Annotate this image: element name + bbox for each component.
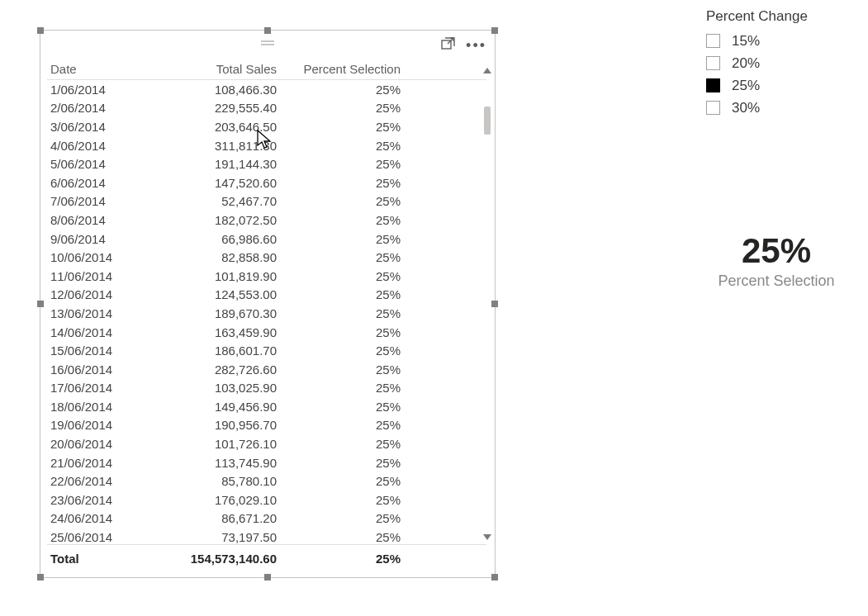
cell-sales: 163,459.90 [136,325,285,339]
cell-pct: 25% [285,232,409,246]
table-row[interactable]: 22/06/201485,780.1025% [47,471,486,490]
table-row[interactable]: 8/06/2014182,072.5025% [47,211,486,230]
cell-date: 14/06/2014 [50,325,136,339]
cell-pct: 25% [285,101,409,115]
table-body: 1/06/2014108,466.3025%2/06/2014229,555.4… [47,80,486,544]
table-row[interactable]: 1/06/2014108,466.3025% [47,80,486,99]
percent-change-slicer: Percent Change 15%20%25%30% [706,8,808,119]
cell-date: 9/06/2014 [50,232,136,246]
total-label: Total [50,552,136,566]
cell-sales: 282,726.60 [136,362,285,377]
slicer-item-label: 30% [732,100,760,116]
table-row[interactable]: 24/06/201486,671.2025% [47,509,486,528]
slicer-item[interactable]: 25% [706,74,808,97]
col-header-sales[interactable]: Total Sales [136,62,285,76]
table-row[interactable]: 5/06/2014191,144.3025% [47,154,486,173]
cell-pct: 25% [285,418,409,432]
table-row[interactable]: 4/06/2014311,811.3025% [47,136,486,155]
table-row[interactable]: 19/06/2014190,956.7025% [47,416,486,435]
table-row[interactable]: 11/06/2014101,819.9025% [47,267,486,286]
table-row[interactable]: 10/06/201482,858.9025% [47,248,486,267]
checkbox-icon[interactable] [706,78,720,92]
table-row[interactable]: 16/06/2014282,726.6025% [47,360,486,379]
table-row[interactable]: 6/06/2014147,520.6025% [47,173,486,192]
checkbox-icon[interactable] [706,101,720,115]
cell-pct: 25% [285,83,409,97]
cell-sales: 101,819.90 [136,269,285,283]
cell-date: 15/06/2014 [50,344,136,358]
cell-sales: 149,456.90 [136,400,285,414]
cell-pct: 25% [285,456,409,470]
scroll-down-icon[interactable] [483,534,491,540]
cell-sales: 182,072.50 [136,213,285,227]
cell-date: 18/06/2014 [50,400,136,414]
cell-date: 11/06/2014 [50,269,136,283]
cell-sales: 103,025.90 [136,381,285,395]
cell-pct: 25% [285,250,409,264]
cell-pct: 25% [285,306,409,320]
table-row[interactable]: 9/06/201466,986.6025% [47,230,486,249]
resize-handle[interactable] [37,574,44,580]
cell-date: 23/06/2014 [50,493,136,507]
cell-date: 21/06/2014 [50,456,136,470]
cell-date: 7/06/2014 [50,194,136,208]
more-options-icon[interactable]: ••• [466,40,486,50]
cell-sales: 124,553.00 [136,287,285,301]
table-visual[interactable]: ••• Date Total Sales Percent Selection 1… [40,30,496,578]
cell-sales: 311,811.30 [136,139,285,153]
table-row[interactable]: 21/06/2014113,745.9025% [47,453,486,472]
checkbox-icon[interactable] [706,56,720,70]
table-row[interactable]: 7/06/201452,467.7025% [47,192,486,211]
cell-pct: 25% [285,157,409,171]
table-row[interactable]: 12/06/2014124,553.0025% [47,286,486,305]
checkbox-icon[interactable] [706,34,720,48]
table-row[interactable]: 2/06/2014229,555.4025% [47,99,486,118]
cell-sales: 52,467.70 [136,194,285,208]
cell-date: 17/06/2014 [50,381,136,395]
cell-date: 12/06/2014 [50,287,136,301]
scrollbar[interactable] [481,64,493,544]
total-sales: 154,573,140.60 [136,552,285,566]
col-header-date[interactable]: Date [50,62,136,76]
cell-pct: 25% [285,493,409,507]
table-row[interactable]: 3/06/2014203,646.5025% [47,117,486,136]
slicer-item[interactable]: 15% [706,30,808,52]
cell-date: 5/06/2014 [50,157,136,171]
scroll-track[interactable] [484,78,491,529]
slicer-title: Percent Change [706,8,808,25]
resize-handle[interactable] [491,574,498,580]
table-row[interactable]: 25/06/201473,197.5025% [47,528,486,544]
cell-date: 1/06/2014 [50,83,136,97]
table-row[interactable]: 17/06/2014103,025.9025% [47,379,486,398]
table-row[interactable]: 18/06/2014149,456.9025% [47,397,486,416]
scroll-thumb[interactable] [484,107,491,135]
cell-date: 24/06/2014 [50,511,136,525]
slicer-item[interactable]: 20% [706,52,808,74]
table-row[interactable]: 14/06/2014163,459.9025% [47,323,486,342]
slicer-item-label: 25% [732,78,760,94]
cell-sales: 189,670.30 [136,306,285,320]
col-header-pct[interactable]: Percent Selection [285,62,409,76]
table-row[interactable]: 20/06/2014101,726.1025% [47,434,486,453]
drag-grip-icon[interactable] [261,40,274,45]
cell-date: 4/06/2014 [50,139,136,153]
cell-pct: 25% [285,344,409,358]
cell-pct: 25% [285,213,409,227]
table-row[interactable]: 13/06/2014189,670.3025% [47,304,486,323]
table-row[interactable]: 23/06/2014176,029.1025% [47,490,486,509]
cell-pct: 25% [285,325,409,339]
resize-handle[interactable] [264,574,271,580]
cell-sales: 176,029.10 [136,493,285,507]
cell-sales: 113,745.90 [136,456,285,470]
data-table: Date Total Sales Percent Selection 1/06/… [47,62,486,571]
cell-date: 6/06/2014 [50,176,136,190]
cell-date: 13/06/2014 [50,306,136,320]
visual-header: ••• [40,31,495,54]
scroll-up-icon[interactable] [483,68,491,73]
cell-pct: 25% [285,400,409,414]
focus-mode-icon[interactable] [441,37,456,53]
cell-sales: 229,555.40 [136,101,285,115]
table-row[interactable]: 15/06/2014186,601.7025% [47,341,486,360]
resize-handle[interactable] [37,301,44,307]
slicer-item[interactable]: 30% [706,97,808,119]
